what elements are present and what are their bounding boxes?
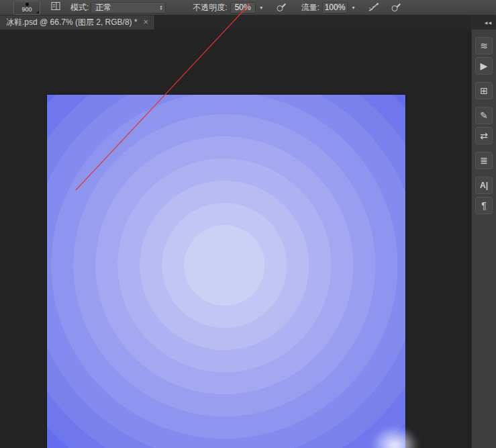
- pen-pressure-icon: [390, 2, 401, 13]
- options-bar: 900 模式: 正常 ▲ ▼ 不透明度: 50% ▾: [0, 0, 496, 15]
- flow-field[interactable]: 100%: [322, 2, 348, 13]
- document-tab[interactable]: 冰鞋.psd @ 66.7% (图层 2, RGB/8) * ×: [0, 15, 155, 30]
- flow-label: 流量:: [301, 2, 319, 13]
- history-panel-icon[interactable]: ⇄: [475, 127, 493, 144]
- clone-source-panel-icon[interactable]: ≣: [475, 152, 493, 169]
- collapse-panels-button[interactable]: ◀◀: [472, 15, 496, 30]
- chevron-down-icon: ▾: [260, 5, 262, 11]
- chevron-down-icon: ▾: [352, 5, 355, 11]
- pen-pressure-icon: [275, 2, 287, 13]
- actions-panel-icon[interactable]: ▶: [475, 57, 493, 75]
- mode-label: 模式:: [70, 2, 89, 13]
- airbrush-button[interactable]: [366, 1, 381, 13]
- brush-panel-icon: [50, 1, 61, 14]
- document-canvas[interactable]: [47, 95, 405, 448]
- tab-bar: 冰鞋.psd @ 66.7% (图层 2, RGB/8) * ×: [0, 15, 496, 30]
- flow-dropdown-arrow[interactable]: ▾: [348, 2, 358, 13]
- opacity-value: 50%: [235, 3, 251, 12]
- document-tab-title: 冰鞋.psd @ 66.7% (图层 2, RGB/8) *: [6, 17, 138, 28]
- tool-presets-panel-icon[interactable]: ✎: [475, 107, 493, 124]
- toggle-brush-panel-button[interactable]: [50, 2, 62, 13]
- airbrush-icon: [367, 2, 380, 13]
- mode-value: 正常: [91, 2, 159, 13]
- opacity-pressure-button[interactable]: [274, 1, 289, 13]
- collapse-arrows-icon: ◀◀: [485, 20, 492, 25]
- paragraph-panel-icon[interactable]: ¶: [475, 197, 493, 214]
- character-panel-icon[interactable]: A|: [475, 177, 493, 194]
- brush-presets-panel-icon[interactable]: ≋: [475, 37, 493, 54]
- flow-value: 100%: [325, 3, 346, 12]
- stepper-icon: ▲ ▼: [159, 5, 162, 10]
- mode-dropdown[interactable]: 正常 ▲ ▼: [91, 2, 166, 13]
- right-dock: ◀◀ ≋ ▶ ⊞ ✎ ⇄ ≣ A| ¶: [471, 15, 496, 448]
- adjustments-panel-icon[interactable]: ⊞: [475, 82, 493, 99]
- flow-pressure-button[interactable]: [388, 1, 403, 13]
- opacity-label: 不透明度:: [193, 2, 227, 13]
- close-tab-icon[interactable]: ×: [144, 18, 149, 26]
- flyout-corner-icon: [36, 11, 39, 13]
- brush-preset-picker[interactable]: 900: [13, 1, 40, 15]
- opacity-dropdown-arrow[interactable]: ▾: [256, 2, 266, 13]
- opacity-field[interactable]: 50%: [230, 2, 256, 13]
- canvas-area: [0, 30, 472, 448]
- brush-size-value: 900: [21, 7, 32, 12]
